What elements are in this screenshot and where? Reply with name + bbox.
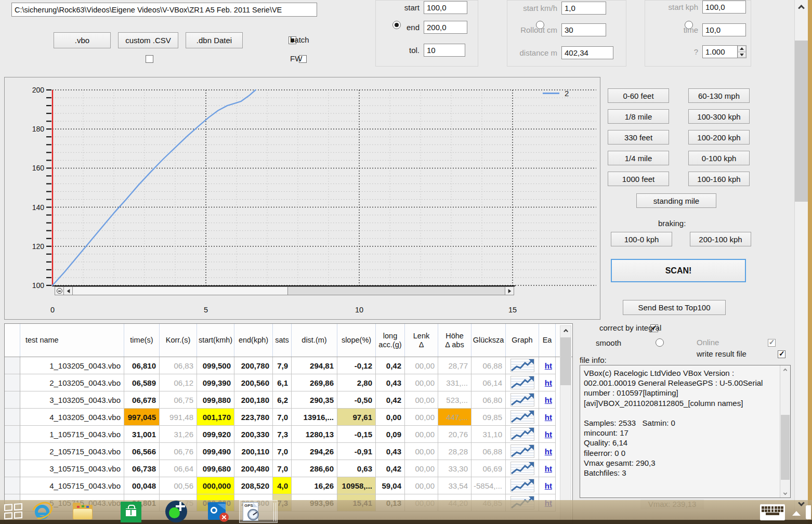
result-link[interactable]: ht xyxy=(545,361,552,370)
file-explorer-icon[interactable] xyxy=(73,503,94,520)
result-link[interactable]: ht xyxy=(545,378,552,387)
factor-spinner-buttons[interactable] xyxy=(738,45,746,58)
scan-button[interactable]: SCAN! xyxy=(611,259,746,282)
distance-input[interactable] xyxy=(561,46,613,59)
graph-icon[interactable] xyxy=(506,357,539,374)
graph-icon[interactable] xyxy=(506,443,539,460)
cell-name: 3_105715_0043.vbo xyxy=(20,460,124,477)
preset-1000-feet-button[interactable]: 1000 feet xyxy=(608,172,669,186)
preset-100-200-kph-button[interactable]: 100-200 kph xyxy=(688,130,750,145)
send-best-to-top100-button[interactable]: Send Best to Top100 xyxy=(623,300,726,315)
chart-scrollbar-track[interactable] xyxy=(288,287,505,295)
fw-label: FW xyxy=(290,54,302,63)
column-header-end[interactable]: end(kph) xyxy=(234,324,273,357)
cell-sats: 4,0 xyxy=(273,477,292,494)
scroll-right-icon[interactable] xyxy=(505,287,514,295)
column-header-selector[interactable] xyxy=(5,324,20,357)
window-scrollbar-thumb[interactable] xyxy=(795,41,808,202)
scroll-left-icon[interactable] xyxy=(64,287,73,295)
end-speed-input[interactable] xyxy=(424,21,467,34)
result-link[interactable]: ht xyxy=(545,396,552,404)
open-dbn-button[interactable]: .dbn Datei xyxy=(186,32,243,48)
write-result-file-checkbox[interactable]: ✓ xyxy=(778,350,785,358)
result-link[interactable]: ht xyxy=(545,447,552,456)
column-header-dist[interactable]: dist.(m) xyxy=(292,324,337,357)
result-link[interactable]: ht xyxy=(545,464,552,473)
start-label: start xyxy=(376,3,424,12)
column-header-ea[interactable]: Ea xyxy=(539,324,556,357)
preset-60-130-mph-button[interactable]: 60-130 mph xyxy=(688,88,750,103)
standing-mile-button[interactable]: standing mile xyxy=(636,193,716,208)
preset-1-4-mile-button[interactable]: 1/4 mile xyxy=(608,151,669,165)
preset-100-160-kph-button[interactable]: 100-160 kph xyxy=(688,172,750,186)
column-header-sats[interactable]: sats xyxy=(273,324,292,357)
column-header-slope[interactable]: slope(%) xyxy=(337,324,376,357)
graph-icon[interactable] xyxy=(506,426,539,443)
graph-icon[interactable] xyxy=(506,477,539,494)
result-link[interactable]: ht xyxy=(545,481,552,490)
file-info-scrollbar[interactable] xyxy=(780,365,790,497)
chart-scrollbar-thumb[interactable] xyxy=(73,287,288,295)
column-header-start[interactable]: start(kmh) xyxy=(197,324,234,357)
result-link[interactable]: ht xyxy=(545,413,552,422)
result-link[interactable]: ht xyxy=(545,430,552,439)
start-kph-input[interactable] xyxy=(702,1,746,14)
time-input[interactable] xyxy=(702,23,746,36)
cell-acc: 0,43 xyxy=(376,374,405,391)
preset-330-feet-button[interactable]: 330 feet xyxy=(608,130,669,145)
window-scroll-down-icon[interactable] xyxy=(795,497,808,510)
table-scrollbar-thumb[interactable] xyxy=(560,337,571,385)
show-hidden-icons-icon[interactable] xyxy=(792,511,801,516)
file-info-scroll-down-icon[interactable] xyxy=(780,488,790,497)
column-header-korr[interactable]: Korr.(s) xyxy=(160,324,197,357)
rollout-input[interactable] xyxy=(561,23,606,36)
spin-down-icon[interactable] xyxy=(738,52,746,58)
graph-icon[interactable] xyxy=(506,460,539,477)
csv-option-checkbox[interactable] xyxy=(146,55,153,63)
file-info-scroll-up-icon[interactable] xyxy=(780,365,790,375)
start-speed-input[interactable] xyxy=(424,1,467,14)
column-header-time[interactable]: time(s) xyxy=(124,324,160,357)
chart-h-scrollbar[interactable] xyxy=(55,286,514,295)
preset-0-60-feet-button[interactable]: 0-60 feet xyxy=(608,88,669,103)
file-path-input[interactable] xyxy=(11,3,317,17)
file-info-scrollbar-thumb[interactable] xyxy=(781,415,790,480)
touch-keyboard-icon[interactable] xyxy=(760,504,785,520)
table-scroll-up-icon[interactable] xyxy=(560,326,571,336)
online-checkbox[interactable]: ✓ xyxy=(768,339,776,347)
column-header-gluck[interactable]: Glücksza xyxy=(472,324,506,357)
start-button[interactable] xyxy=(4,503,24,521)
column-header-graph[interactable]: Graph xyxy=(506,324,539,357)
spin-up-icon[interactable] xyxy=(738,46,746,52)
braking-buttons: 100-0 kph200-100 kph xyxy=(611,232,751,246)
tolerance-input[interactable] xyxy=(424,44,465,57)
zoom-out-icon[interactable] xyxy=(55,287,64,295)
graph-icon[interactable] xyxy=(506,391,539,409)
factor-spinner[interactable] xyxy=(702,45,738,58)
open-custom-csv-button[interactable]: custom .CSV xyxy=(118,32,178,48)
file-info-text[interactable]: VBox(c) Racelogic LtdVideo VBox Version … xyxy=(580,365,791,498)
svg-text:120: 120 xyxy=(32,242,45,251)
windows-store-icon[interactable] xyxy=(121,502,141,522)
graph-icon[interactable] xyxy=(506,374,539,391)
preset-200-100-kph-button[interactable]: 200-100 kph xyxy=(690,232,751,246)
column-header-lenk[interactable]: Lenk Δ xyxy=(405,324,438,357)
table-v-scrollbar[interactable] xyxy=(560,325,571,523)
preset-0-100-kph-button[interactable]: 0-100 kph xyxy=(688,151,750,165)
column-header-hohe[interactable]: Höhe Δ abs xyxy=(438,324,472,357)
graph-icon[interactable] xyxy=(506,409,539,426)
open-vbo-button[interactable]: .vbo xyxy=(54,32,111,48)
internet-explorer-icon[interactable] xyxy=(32,502,53,522)
media-app-icon[interactable] xyxy=(165,501,187,522)
outlook-icon[interactable] xyxy=(208,502,229,522)
preset-1-8-mile-button[interactable]: 1/8 mile xyxy=(608,109,669,124)
column-header-acc[interactable]: long acc.(g) xyxy=(376,324,405,357)
gps-app-taskbar-button[interactable]: GPS xyxy=(239,500,278,523)
preset-100-300-kph-button[interactable]: 100-300 kph xyxy=(688,109,750,124)
start-kmh-input[interactable] xyxy=(561,2,606,15)
preset-100-0-kph-button[interactable]: 100-0 kph xyxy=(611,232,672,246)
column-header-name[interactable]: test name xyxy=(20,324,124,357)
smooth-radio[interactable] xyxy=(656,338,664,347)
window-v-scrollbar[interactable] xyxy=(794,0,808,524)
window-scroll-up-icon[interactable] xyxy=(795,0,808,14)
